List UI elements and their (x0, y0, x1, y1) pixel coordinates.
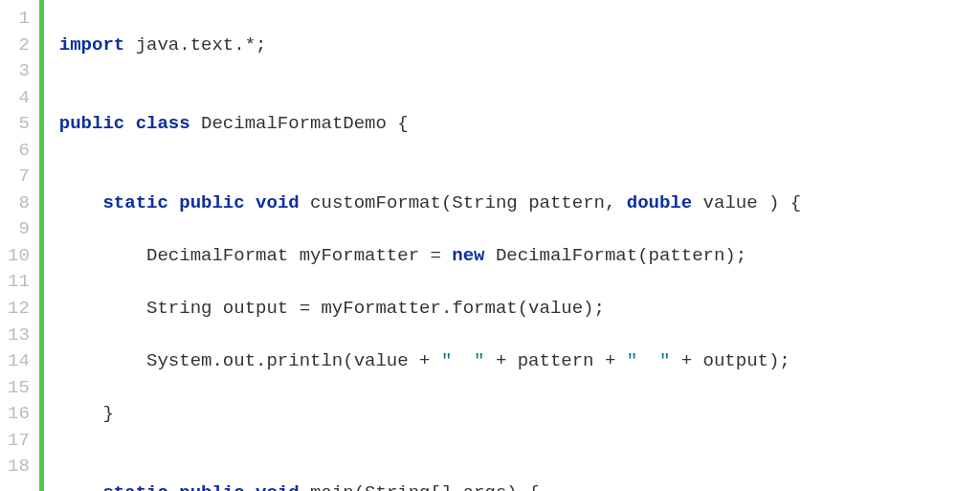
keyword: void (256, 482, 300, 491)
code-line: } (59, 401, 801, 428)
code-text: value ) { (692, 192, 801, 213)
code-text (59, 350, 146, 371)
code-text (59, 192, 103, 213)
code-text: + output); (670, 350, 790, 371)
line-number: 4 (8, 85, 30, 112)
line-number: 16 (8, 401, 30, 428)
code-line: import java.text.*; (59, 33, 801, 59)
code-text: java.text.*; (124, 34, 266, 56)
code-line: public class DecimalFormatDemo { (59, 111, 801, 138)
line-number: 9 (8, 216, 30, 243)
code-line: System.out.println(value + " " + pattern… (59, 348, 801, 375)
code-text: DecimalFormat myFormatter = (146, 245, 452, 266)
line-number: 12 (8, 296, 30, 323)
keyword: import (59, 34, 124, 56)
keyword: public (179, 482, 244, 491)
line-number: 14 (8, 348, 30, 375)
line-number: 17 (8, 428, 30, 455)
code-text (59, 482, 103, 491)
code-text (245, 192, 256, 213)
code-text: customFormat(String pattern, (300, 192, 627, 213)
line-number: 2 (8, 33, 30, 59)
keyword: double (627, 192, 692, 213)
line-number: 18 (8, 454, 30, 480)
code-text: + pattern + (485, 350, 627, 371)
line-number: 15 (8, 375, 30, 402)
line-number: 13 (8, 323, 30, 349)
code-line: DecimalFormat myFormatter = new DecimalF… (59, 243, 801, 270)
line-number-gutter: 1 2 3 4 5 6 7 8 9 10 11 12 13 14 15 16 1… (0, 0, 39, 491)
keyword: class (136, 113, 190, 134)
line-number: 10 (8, 243, 30, 270)
code-text (168, 482, 179, 491)
change-indicator-bar (39, 0, 44, 491)
code-text: main(String[] args) { (300, 482, 540, 491)
code-line: static public void customFormat(String p… (59, 190, 801, 217)
keyword: public (59, 113, 124, 134)
code-text (245, 482, 256, 491)
string-literal: " " (441, 350, 485, 371)
line-number: 8 (8, 190, 30, 217)
line-number: 11 (8, 269, 30, 296)
line-number: 6 (8, 138, 30, 165)
line-number: 5 (8, 111, 30, 138)
keyword: static (102, 192, 167, 213)
code-line: static public void main(String[] args) { (59, 480, 801, 491)
code-text: DecimalFormat(pattern); (485, 245, 747, 266)
code-text (124, 113, 135, 134)
code-editor: 1 2 3 4 5 6 7 8 9 10 11 12 13 14 15 16 1… (0, 0, 980, 491)
keyword: static (102, 482, 167, 491)
keyword: new (452, 245, 484, 266)
code-text (168, 192, 179, 213)
line-number: 7 (8, 164, 30, 190)
code-text: System.out.println(value + (146, 350, 441, 371)
code-content: import java.text.*; public class Decimal… (59, 0, 801, 491)
string-literal: " " (627, 350, 671, 371)
keyword: public (179, 192, 244, 213)
keyword: void (256, 192, 300, 213)
code-text (59, 245, 146, 266)
code-line: String output = myFormatter.format(value… (59, 296, 801, 323)
code-text: DecimalFormatDemo { (190, 113, 409, 134)
line-number: 1 (8, 6, 30, 33)
line-number: 3 (8, 58, 30, 85)
